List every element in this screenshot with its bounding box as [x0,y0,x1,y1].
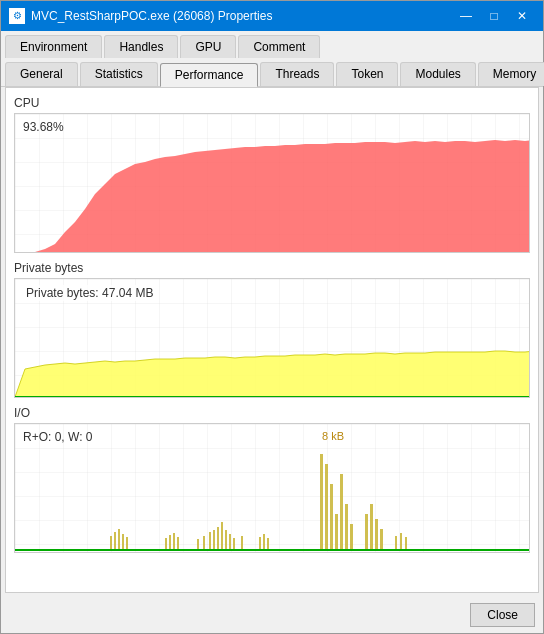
tab-comment[interactable]: Comment [238,35,320,58]
svg-rect-16 [197,539,199,550]
cpu-label: CPU [14,96,530,110]
tab-environment[interactable]: Environment [5,35,102,58]
svg-rect-35 [350,524,353,550]
svg-rect-22 [225,530,227,550]
svg-rect-13 [169,535,171,550]
svg-rect-24 [233,538,235,550]
svg-rect-30 [325,464,328,550]
svg-rect-36 [365,514,368,550]
footer: Close [1,597,543,633]
svg-rect-20 [217,527,219,550]
svg-rect-31 [330,484,333,550]
private-bytes-value: Private bytes: 47.04 MB [23,285,156,301]
svg-rect-37 [370,504,373,550]
svg-rect-18 [209,532,211,550]
svg-rect-14 [173,533,175,550]
svg-rect-40 [395,536,397,550]
svg-rect-7 [110,536,112,550]
svg-rect-26 [259,537,261,550]
svg-rect-39 [380,529,383,550]
svg-rect-28 [267,538,269,550]
svg-rect-23 [229,534,231,550]
svg-rect-34 [345,504,348,550]
io-label: I/O [14,406,530,420]
window-controls: — □ ✕ [453,6,535,26]
cpu-chart-svg [15,114,529,252]
svg-rect-41 [400,533,402,550]
svg-rect-15 [177,537,179,550]
svg-rect-10 [122,534,124,550]
tab-statistics[interactable]: Statistics [80,62,158,86]
io-peak-label: 8 kB [322,430,344,442]
app-icon: ⚙ [9,8,25,24]
tab-performance[interactable]: Performance [160,63,259,87]
svg-rect-21 [221,522,223,550]
tab-threads[interactable]: Threads [260,62,334,86]
svg-rect-32 [335,514,338,550]
svg-rect-33 [340,474,343,550]
svg-rect-17 [203,536,205,550]
tab-modules[interactable]: Modules [400,62,475,86]
window-title: MVC_RestSharpPOC.exe (26068) Properties [31,9,453,23]
svg-rect-9 [118,529,120,550]
tab-gpu[interactable]: GPU [180,35,236,58]
minimize-button[interactable]: — [453,6,479,26]
main-window: ⚙ MVC_RestSharpPOC.exe (26068) Propertie… [0,0,544,634]
svg-rect-8 [114,532,116,550]
close-window-button[interactable]: ✕ [509,6,535,26]
tab-general[interactable]: General [5,62,78,86]
tab-token[interactable]: Token [336,62,398,86]
svg-rect-42 [405,537,407,550]
io-section: I/O R+O: 0, W: 0 8 kB [14,406,530,553]
io-value: R+O: 0, W: 0 [23,430,92,444]
svg-rect-12 [165,538,167,550]
svg-rect-29 [320,454,323,550]
svg-rect-19 [213,530,215,550]
private-bytes-chart: Private bytes: 47.04 MB [14,278,530,398]
cpu-chart: 93.68% [14,113,530,253]
close-button[interactable]: Close [470,603,535,627]
svg-rect-27 [263,534,265,550]
io-chart: R+O: 0, W: 0 8 kB [14,423,530,553]
tab-row-2: General Statistics Performance Threads T… [1,58,543,86]
title-bar: ⚙ MVC_RestSharpPOC.exe (26068) Propertie… [1,1,543,31]
cpu-value: 93.68% [23,120,64,134]
maximize-button[interactable]: □ [481,6,507,26]
main-content: CPU 93.68% [5,87,539,593]
tab-row-1: Environment Handles GPU Comment [1,31,543,58]
svg-rect-38 [375,519,378,550]
tab-memory[interactable]: Memory [478,62,544,86]
tab-group: Environment Handles GPU Comment General … [1,31,543,87]
private-bytes-label: Private bytes [14,261,530,275]
private-bytes-section: Private bytes Private bytes: 47.04 MB [14,261,530,398]
tab-handles[interactable]: Handles [104,35,178,58]
svg-rect-11 [126,537,128,550]
svg-rect-25 [241,536,243,550]
cpu-section: CPU 93.68% [14,96,530,253]
